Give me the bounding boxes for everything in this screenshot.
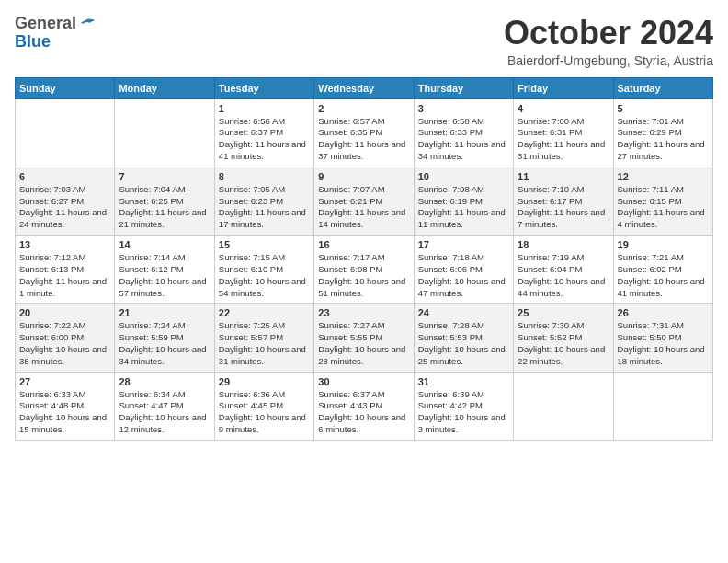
day-info: Sunrise: 7:21 AM Sunset: 6:02 PM Dayligh… — [618, 252, 709, 299]
day-number: 14 — [119, 239, 210, 250]
calendar-week-row: 13Sunrise: 7:12 AM Sunset: 6:13 PM Dayli… — [16, 236, 713, 304]
calendar-cell: 12Sunrise: 7:11 AM Sunset: 6:15 PM Dayli… — [613, 167, 712, 235]
day-number: 19 — [618, 239, 709, 250]
calendar-cell: 27Sunrise: 6:33 AM Sunset: 4:48 PM Dayli… — [16, 372, 115, 440]
weekday-header: Wednesday — [314, 77, 414, 98]
day-number: 6 — [19, 171, 110, 182]
day-number: 2 — [318, 103, 409, 114]
day-info: Sunrise: 7:07 AM Sunset: 6:21 PM Dayligh… — [318, 184, 409, 231]
calendar-cell: 30Sunrise: 6:37 AM Sunset: 4:43 PM Dayli… — [314, 372, 414, 440]
day-info: Sunrise: 7:22 AM Sunset: 6:00 PM Dayligh… — [19, 320, 110, 367]
day-info: Sunrise: 6:36 AM Sunset: 4:45 PM Dayligh… — [219, 389, 310, 436]
weekday-header: Tuesday — [214, 77, 313, 98]
day-info: Sunrise: 7:00 AM Sunset: 6:31 PM Dayligh… — [518, 116, 609, 163]
calendar-cell: 25Sunrise: 7:30 AM Sunset: 5:52 PM Dayli… — [514, 304, 613, 372]
day-number: 21 — [119, 307, 210, 318]
day-number: 27 — [19, 376, 110, 387]
day-number: 26 — [618, 307, 709, 318]
day-number: 13 — [19, 239, 110, 250]
calendar-cell: 2Sunrise: 6:57 AM Sunset: 6:35 PM Daylig… — [314, 98, 414, 167]
day-info: Sunrise: 7:08 AM Sunset: 6:19 PM Dayligh… — [418, 184, 509, 231]
calendar-cell: 15Sunrise: 7:15 AM Sunset: 6:10 PM Dayli… — [214, 236, 313, 304]
day-info: Sunrise: 7:10 AM Sunset: 6:17 PM Dayligh… — [518, 184, 609, 231]
calendar-week-row: 20Sunrise: 7:22 AM Sunset: 6:00 PM Dayli… — [16, 304, 713, 372]
calendar-cell: 10Sunrise: 7:08 AM Sunset: 6:19 PM Dayli… — [414, 167, 513, 235]
day-info: Sunrise: 7:30 AM Sunset: 5:52 PM Dayligh… — [518, 320, 609, 367]
day-number: 28 — [119, 376, 210, 387]
day-info: Sunrise: 7:03 AM Sunset: 6:27 PM Dayligh… — [19, 184, 110, 231]
calendar-header: SundayMondayTuesdayWednesdayThursdayFrid… — [16, 77, 713, 98]
calendar-cell: 5Sunrise: 7:01 AM Sunset: 6:29 PM Daylig… — [613, 98, 712, 167]
day-number: 16 — [318, 239, 409, 250]
calendar-cell: 18Sunrise: 7:19 AM Sunset: 6:04 PM Dayli… — [514, 236, 613, 304]
day-number: 12 — [618, 171, 709, 182]
calendar-cell: 11Sunrise: 7:10 AM Sunset: 6:17 PM Dayli… — [514, 167, 613, 235]
calendar-cell: 1Sunrise: 6:56 AM Sunset: 6:37 PM Daylig… — [214, 98, 313, 167]
location-subtitle: Baierdorf-Umgebung, Styria, Austria — [504, 53, 713, 68]
day-info: Sunrise: 6:34 AM Sunset: 4:47 PM Dayligh… — [119, 389, 210, 436]
logo-general: General — [15, 14, 76, 32]
weekday-header: Saturday — [613, 77, 712, 98]
day-number: 25 — [518, 307, 609, 318]
calendar-cell: 22Sunrise: 7:25 AM Sunset: 5:57 PM Dayli… — [214, 304, 313, 372]
day-info: Sunrise: 6:37 AM Sunset: 4:43 PM Dayligh… — [318, 389, 409, 436]
weekday-header: Friday — [514, 77, 613, 98]
day-info: Sunrise: 7:27 AM Sunset: 5:55 PM Dayligh… — [318, 320, 409, 367]
calendar-cell: 16Sunrise: 7:17 AM Sunset: 6:08 PM Dayli… — [314, 236, 414, 304]
calendar-week-row: 27Sunrise: 6:33 AM Sunset: 4:48 PM Dayli… — [16, 372, 713, 440]
day-info: Sunrise: 6:58 AM Sunset: 6:33 PM Dayligh… — [418, 116, 509, 163]
calendar-cell: 29Sunrise: 6:36 AM Sunset: 4:45 PM Dayli… — [214, 372, 313, 440]
calendar-cell: 31Sunrise: 6:39 AM Sunset: 4:42 PM Dayli… — [414, 372, 513, 440]
calendar-cell — [115, 98, 214, 167]
day-number: 23 — [318, 307, 409, 318]
calendar-cell: 7Sunrise: 7:04 AM Sunset: 6:25 PM Daylig… — [115, 167, 214, 235]
day-info: Sunrise: 6:57 AM Sunset: 6:35 PM Dayligh… — [318, 116, 409, 163]
day-info: Sunrise: 6:39 AM Sunset: 4:42 PM Dayligh… — [418, 389, 509, 436]
calendar-cell: 9Sunrise: 7:07 AM Sunset: 6:21 PM Daylig… — [314, 167, 414, 235]
weekday-header-row: SundayMondayTuesdayWednesdayThursdayFrid… — [16, 77, 713, 98]
calendar-week-row: 6Sunrise: 7:03 AM Sunset: 6:27 PM Daylig… — [16, 167, 713, 235]
day-number: 31 — [418, 376, 509, 387]
calendar-cell: 17Sunrise: 7:18 AM Sunset: 6:06 PM Dayli… — [414, 236, 513, 304]
calendar-cell: 28Sunrise: 6:34 AM Sunset: 4:47 PM Dayli… — [115, 372, 214, 440]
day-info: Sunrise: 7:05 AM Sunset: 6:23 PM Dayligh… — [219, 184, 310, 231]
logo-text: General Blue — [15, 15, 95, 52]
day-info: Sunrise: 7:24 AM Sunset: 5:59 PM Dayligh… — [119, 320, 210, 367]
day-number: 8 — [219, 171, 310, 182]
calendar-cell — [16, 98, 115, 167]
calendar-cell: 21Sunrise: 7:24 AM Sunset: 5:59 PM Dayli… — [115, 304, 214, 372]
day-info: Sunrise: 7:14 AM Sunset: 6:12 PM Dayligh… — [119, 252, 210, 299]
calendar-cell: 26Sunrise: 7:31 AM Sunset: 5:50 PM Dayli… — [613, 304, 712, 372]
day-number: 3 — [418, 103, 509, 114]
calendar-cell — [514, 372, 613, 440]
day-number: 4 — [518, 103, 609, 114]
weekday-header: Thursday — [414, 77, 513, 98]
month-title: October 2024 — [504, 15, 713, 52]
weekday-header: Monday — [115, 77, 214, 98]
day-info: Sunrise: 6:56 AM Sunset: 6:37 PM Dayligh… — [219, 116, 310, 163]
calendar-cell: 3Sunrise: 6:58 AM Sunset: 6:33 PM Daylig… — [414, 98, 513, 167]
day-number: 9 — [318, 171, 409, 182]
calendar-cell: 23Sunrise: 7:27 AM Sunset: 5:55 PM Dayli… — [314, 304, 414, 372]
title-block: October 2024 Baierdorf-Umgebung, Styria,… — [504, 15, 713, 68]
day-info: Sunrise: 7:12 AM Sunset: 6:13 PM Dayligh… — [19, 252, 110, 299]
day-number: 17 — [418, 239, 509, 250]
calendar-cell: 4Sunrise: 7:00 AM Sunset: 6:31 PM Daylig… — [514, 98, 613, 167]
day-number: 22 — [219, 307, 310, 318]
day-number: 29 — [219, 376, 310, 387]
day-number: 7 — [119, 171, 210, 182]
day-info: Sunrise: 6:33 AM Sunset: 4:48 PM Dayligh… — [19, 389, 110, 436]
calendar-cell: 14Sunrise: 7:14 AM Sunset: 6:12 PM Dayli… — [115, 236, 214, 304]
calendar-cell: 19Sunrise: 7:21 AM Sunset: 6:02 PM Dayli… — [613, 236, 712, 304]
day-number: 24 — [418, 307, 509, 318]
logo: General Blue — [15, 15, 95, 52]
day-info: Sunrise: 7:19 AM Sunset: 6:04 PM Dayligh… — [518, 252, 609, 299]
logo-bird-icon — [78, 17, 95, 30]
page-header: General Blue October 2024 Baierdorf-Umge… — [15, 15, 713, 68]
calendar-body: 1Sunrise: 6:56 AM Sunset: 6:37 PM Daylig… — [16, 98, 713, 440]
day-number: 11 — [518, 171, 609, 182]
day-info: Sunrise: 7:31 AM Sunset: 5:50 PM Dayligh… — [618, 320, 709, 367]
calendar-cell: 6Sunrise: 7:03 AM Sunset: 6:27 PM Daylig… — [16, 167, 115, 235]
day-number: 10 — [418, 171, 509, 182]
day-info: Sunrise: 7:17 AM Sunset: 6:08 PM Dayligh… — [318, 252, 409, 299]
